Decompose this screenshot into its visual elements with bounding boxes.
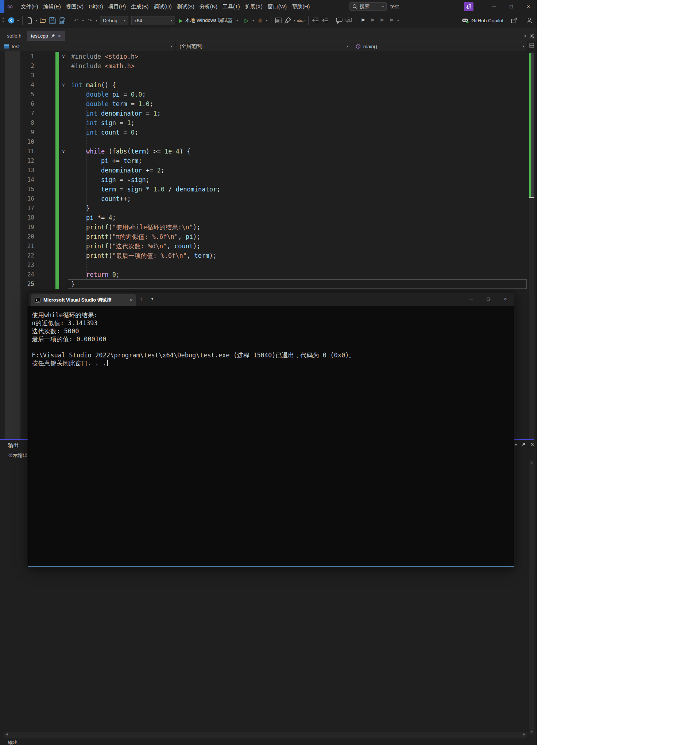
toolbar-grip[interactable]: [3, 17, 4, 24]
document-list-caret-icon[interactable]: ▾: [524, 34, 526, 38]
code-cleanup-button[interactable]: [283, 16, 292, 25]
output-close-icon[interactable]: ×: [531, 441, 534, 448]
code-line-15[interactable]: 15 term = sign * 1.0 / denominator;: [0, 184, 529, 194]
member-dropdown[interactable]: main() ▾: [352, 41, 528, 51]
tab-pin-icon[interactable]: [51, 34, 55, 38]
minimize-button[interactable]: ─: [486, 0, 503, 13]
bookmarks-caret-icon[interactable]: ▾: [396, 19, 400, 22]
tab-close-icon[interactable]: ×: [58, 33, 61, 39]
uncomment-button[interactable]: [344, 16, 354, 25]
open-file-button[interactable]: [38, 16, 48, 25]
close-button[interactable]: ×: [520, 0, 537, 13]
undo-button[interactable]: ↶: [72, 16, 81, 25]
editor-vertical-scrollbar[interactable]: [529, 51, 534, 439]
menu-item[interactable]: 视图(V): [63, 0, 86, 13]
code-line-25[interactable]: 25}: [0, 279, 529, 289]
scope-dropdown[interactable]: (全局范围) ▾: [176, 41, 352, 51]
code-line-23[interactable]: 23: [0, 260, 529, 270]
split-window-button[interactable]: [529, 43, 534, 48]
scroll-right-icon[interactable]: ▶: [523, 733, 526, 736]
menu-item[interactable]: 调试(D): [151, 0, 174, 13]
code-line-9[interactable]: 9 int count = 0;: [0, 128, 529, 137]
navigate-back-caret-icon[interactable]: ▾: [16, 19, 20, 22]
code-line-7[interactable]: 7 int denominator = 1;: [0, 109, 529, 118]
code-line-14[interactable]: 14 sign = -sign;: [0, 175, 529, 184]
redo-caret-icon[interactable]: ▾: [94, 19, 99, 22]
scroll-up-icon[interactable]: ▲: [529, 461, 534, 464]
hot-reload-button[interactable]: [255, 16, 265, 25]
maximize-button[interactable]: □: [503, 0, 520, 13]
menu-item[interactable]: 分析(N): [197, 0, 220, 13]
code-line-20[interactable]: 20 printf("π的近似值: %.6f\n", pi);: [0, 232, 529, 241]
start-debugging-button[interactable]: ▶ 本地 Windows 调试器 ▾: [177, 15, 242, 25]
next-bookmark-button[interactable]: ⚑: [377, 16, 387, 25]
new-file-button[interactable]: [25, 16, 34, 25]
comment-button[interactable]: [334, 16, 344, 25]
output-vertical-scrollbar[interactable]: ▲ ▼: [529, 460, 534, 735]
output-horizontal-scrollbar[interactable]: ◀ ▶: [4, 732, 527, 738]
code-line-17[interactable]: 17 }: [0, 203, 529, 213]
menu-item[interactable]: 扩展(X): [243, 0, 265, 13]
tab-test.cpp[interactable]: test.cpp×: [27, 31, 65, 41]
fold-chevron-icon[interactable]: ∨: [60, 52, 67, 61]
console-minimize-button[interactable]: ─: [463, 292, 480, 306]
code-line-6[interactable]: 6 double term = 1.0;: [0, 99, 529, 109]
toggle-bookmark-button[interactable]: ⚑: [358, 16, 368, 25]
save-all-button[interactable]: [57, 16, 67, 25]
solution-platform-dropdown[interactable]: x64 ▾: [131, 16, 175, 25]
solution-configuration-dropdown[interactable]: Debug ▾: [100, 16, 128, 25]
menu-item[interactable]: 工具(T): [220, 0, 243, 13]
code-line-2[interactable]: 2#include <math.h>: [0, 61, 529, 71]
code-line-24[interactable]: 24 return 0;: [0, 270, 529, 279]
menu-item[interactable]: Git(G): [86, 0, 105, 13]
menu-item[interactable]: 生成(B): [128, 0, 151, 13]
start-without-debugging-button[interactable]: ▷: [242, 16, 251, 25]
redo-button[interactable]: ↷: [85, 16, 94, 25]
menu-item[interactable]: 测试(S): [174, 0, 197, 13]
increase-indent-button[interactable]: [320, 16, 330, 25]
code-line-18[interactable]: 18 pi *= 4;: [0, 213, 529, 223]
tab-stdio.h[interactable]: stdio.h: [3, 31, 25, 41]
code-line-12[interactable]: 12 pi += term;: [0, 156, 529, 166]
account-avatar[interactable]: 积: [464, 2, 474, 11]
code-line-19[interactable]: 19 printf("使用while循环的结果:\n");: [0, 223, 529, 232]
menu-item[interactable]: 窗口(W): [265, 0, 289, 13]
console-title-bar[interactable]: Microsoft Visual Studio 调试控 × + ▾ ─ □ ×: [28, 292, 514, 306]
undo-caret-icon[interactable]: ▾: [81, 19, 85, 22]
scroll-down-icon[interactable]: ▼: [529, 730, 534, 734]
output-pin-icon[interactable]: [522, 442, 526, 447]
profiler-caret-icon[interactable]: ▾: [251, 19, 255, 22]
project-dropdown[interactable]: test ▾: [0, 41, 176, 51]
search-box[interactable]: 搜索 ▾: [349, 2, 387, 10]
previous-bookmark-button[interactable]: ⚑: [368, 16, 377, 25]
console-tab[interactable]: Microsoft Visual Studio 调试控 ×: [31, 294, 136, 306]
code-line-1[interactable]: 1∨#include <stdio.h>: [0, 52, 529, 61]
spell-checker-button[interactable]: abc✓: [297, 16, 306, 25]
code-line-11[interactable]: 11∨ while (fabs(term) >= 1e-4) {: [0, 147, 529, 156]
menu-item[interactable]: 帮助(H): [289, 0, 312, 13]
code-line-5[interactable]: 5 double pi = 0.0;: [0, 90, 529, 99]
output-bottom-tab[interactable]: 输出: [5, 739, 21, 745]
fold-chevron-icon[interactable]: ∨: [60, 147, 67, 156]
menu-item[interactable]: 文件(F): [18, 0, 41, 13]
code-line-10[interactable]: 10: [0, 137, 529, 147]
github-copilot-button[interactable]: GitHub Copilot: [462, 17, 504, 24]
clear-bookmarks-button[interactable]: ⚑: [387, 16, 396, 25]
fold-chevron-icon[interactable]: ∨: [60, 80, 67, 90]
menu-item[interactable]: 编辑(E): [41, 0, 63, 13]
code-line-16[interactable]: 16 count++;: [0, 194, 529, 203]
console-close-button[interactable]: ×: [497, 292, 514, 306]
new-file-caret-icon[interactable]: ▾: [34, 19, 38, 22]
navigate-back-button[interactable]: [7, 16, 16, 25]
code-cleanup-caret-icon[interactable]: ▾: [292, 19, 297, 22]
hot-reload-caret-icon[interactable]: ▾: [265, 19, 269, 22]
share-icon[interactable]: [509, 16, 519, 25]
console-tab-close-icon[interactable]: ×: [129, 298, 132, 303]
save-button[interactable]: [48, 16, 57, 25]
send-feedback-icon[interactable]: [525, 16, 534, 25]
menu-item[interactable]: 项目(P): [106, 0, 128, 13]
code-line-4[interactable]: 4∨int main() {: [0, 80, 529, 90]
code-line-8[interactable]: 8 int sign = 1;: [0, 118, 529, 128]
code-line-21[interactable]: 21 printf("迭代次数: %d\n", count);: [0, 241, 529, 251]
code-line-22[interactable]: 22 printf("最后一项的值: %.6f\n", term);: [0, 251, 529, 260]
